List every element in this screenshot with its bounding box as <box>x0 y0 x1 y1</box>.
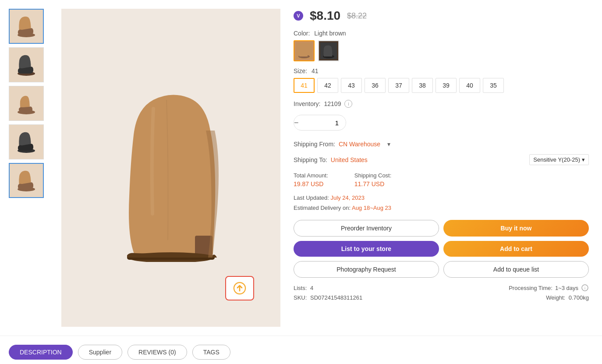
total-amount-value: 19.87 USD <box>294 180 328 187</box>
action-buttons: Preorder Inventory Buy it now List to yo… <box>294 220 589 278</box>
sensitive-dropdown-icon: ▾ <box>582 156 585 163</box>
last-updated-link[interactable]: July 24, 2023 <box>331 194 365 201</box>
size-btn-36[interactable]: 36 <box>365 78 386 93</box>
quantity-decrease[interactable]: − <box>294 115 299 130</box>
last-updated: Last Updated: July 24, 2023 <box>294 194 589 201</box>
shipping-from-dropdown-icon[interactable]: ▾ <box>384 139 393 149</box>
product-page: V $8.10 $8.22 Color: Light brown <box>0 0 602 364</box>
size-btn-43[interactable]: 43 <box>341 78 362 93</box>
upload-icon <box>229 279 251 297</box>
preorder-button[interactable]: Preorder Inventory <box>294 220 439 237</box>
delivery-date-link[interactable]: Aug 18~Aug 23 <box>352 205 391 211</box>
price-row: V $8.10 $8.22 <box>294 9 589 23</box>
bottom-tabs: DESCRIPTION Supplier REVIEWS (0) TAGS <box>0 336 602 364</box>
shipping-from-value: CN Warehouse <box>339 141 380 148</box>
inventory-count: 12109 <box>324 100 341 107</box>
weight-value: 0.700kg <box>569 294 589 301</box>
add-to-cart-button[interactable]: Add to cart <box>443 241 589 257</box>
size-btn-39[interactable]: 39 <box>436 78 457 93</box>
shipping-from-row: Shipping From: CN Warehouse ▾ <box>294 139 589 149</box>
sensitive-dropdown[interactable]: Sensitive Y(20-25) ▾ <box>529 154 589 165</box>
thumbnail-5[interactable] <box>9 163 44 198</box>
size-btn-41[interactable]: 41 <box>294 78 315 93</box>
shipping-to-label: Shipping To: <box>294 156 327 163</box>
inventory-info-icon[interactable]: i <box>344 100 352 108</box>
color-swatches <box>294 40 589 61</box>
product-details: V $8.10 $8.22 Color: Light brown <box>289 9 593 327</box>
processing-time-value: 1~3 days <box>555 285 578 291</box>
shipping-to-row: Shipping To: United States Sensitive Y(2… <box>294 154 589 165</box>
total-amount-block: Total Amount: 19.87 USD <box>294 172 328 187</box>
svg-text:i: i <box>584 286 585 290</box>
upload-button-overlay[interactable] <box>225 276 254 300</box>
tab-supplier[interactable]: Supplier <box>78 345 122 360</box>
size-label: Size: 41 <box>294 67 589 74</box>
shipping-cost-value: 11.77 USD <box>354 180 392 187</box>
totals-row: Total Amount: 19.87 USD Shipping Cost: 1… <box>294 172 589 187</box>
thumbnail-1[interactable] <box>9 9 44 44</box>
sku-value: SD07241548311261 <box>310 294 362 301</box>
shipping-cost-label: Shipping Cost: <box>354 172 392 179</box>
color-swatch-light-brown[interactable] <box>294 40 315 61</box>
total-amount-label: Total Amount: <box>294 172 328 179</box>
size-btn-38[interactable]: 38 <box>412 78 433 93</box>
shipping-from-label: Shipping From: <box>294 141 335 148</box>
selected-color: Light brown <box>314 30 346 37</box>
lists-count: 4 <box>310 285 313 291</box>
photo-request-button[interactable]: Photography Request <box>294 261 439 278</box>
color-label: Color: Light brown <box>294 30 589 37</box>
main-image <box>61 9 280 327</box>
size-btn-35[interactable]: 35 <box>483 78 504 93</box>
brand-logo: V <box>294 11 303 21</box>
color-swatch-dark-brown[interactable] <box>318 40 339 61</box>
tab-description[interactable]: DESCRIPTION <box>9 345 73 360</box>
color-section: Color: Light brown <box>294 30 589 61</box>
size-grid: 41 42 43 36 37 38 39 40 35 <box>294 78 589 93</box>
processing-info-icon[interactable]: i <box>581 284 589 292</box>
meta-row: Lists: 4 Processing Time: 1~3 days i <box>294 284 589 292</box>
thumbnail-2[interactable] <box>9 47 44 82</box>
thumbnail-list <box>9 9 53 327</box>
buy-now-button[interactable]: Buy it now <box>443 220 589 237</box>
sku-info: SKU: SD07241548311261 <box>294 294 362 301</box>
weight-info: Weight: 0.700kg <box>546 294 589 301</box>
size-btn-37[interactable]: 37 <box>388 78 409 93</box>
thumbnail-4[interactable] <box>9 124 44 159</box>
inventory-row: Inventory: 12109 i <box>294 100 589 108</box>
quantity-row: − + <box>294 115 346 131</box>
main-content: V $8.10 $8.22 Color: Light brown <box>0 0 602 336</box>
shipping-to-value: United States <box>331 156 368 163</box>
processing-time-info: Processing Time: 1~3 days i <box>509 284 589 292</box>
quantity-input[interactable] <box>299 119 346 127</box>
lists-info: Lists: 4 <box>294 285 313 291</box>
size-section: Size: 41 41 42 43 36 37 38 39 40 35 <box>294 67 589 93</box>
sku-row: SKU: SD07241548311261 Weight: 0.700kg <box>294 294 589 301</box>
size-btn-40[interactable]: 40 <box>459 78 480 93</box>
tab-reviews[interactable]: REVIEWS (0) <box>127 345 187 360</box>
shipping-cost-block: Shipping Cost: 11.77 USD <box>354 172 392 187</box>
thumbnail-3[interactable] <box>9 86 44 121</box>
list-to-store-button[interactable]: List to your store <box>294 241 439 257</box>
sensitive-option: Sensitive Y(20-25) <box>533 156 580 163</box>
current-price: $8.10 <box>310 9 340 23</box>
tab-tags[interactable]: TAGS <box>192 345 230 360</box>
delivery-estimate: Estimated Delivery on: Aug 18~Aug 23 <box>294 205 589 211</box>
size-btn-42[interactable]: 42 <box>317 78 338 93</box>
add-to-queue-button[interactable]: Add to queue list <box>443 261 589 278</box>
selected-size: 41 <box>312 67 319 74</box>
original-price: $8.22 <box>347 11 367 21</box>
